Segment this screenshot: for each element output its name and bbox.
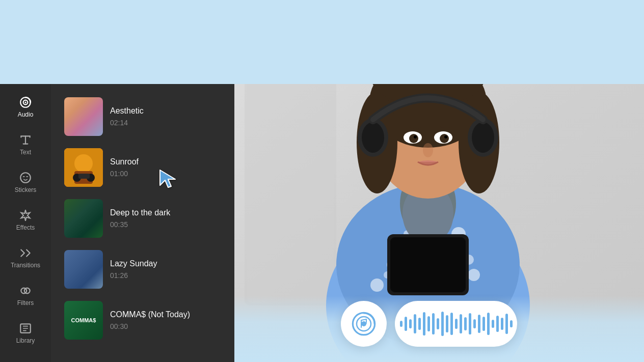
svg-point-14 — [370, 279, 384, 292]
wave-bar — [464, 317, 467, 330]
stickers-icon — [19, 171, 32, 184]
track-item-sunroof[interactable]: Sunroof 01:00 — [56, 143, 229, 192]
wave-bar — [460, 314, 462, 333]
effects-icon — [19, 209, 32, 222]
wave-bar — [492, 320, 494, 328]
sunroof-thumb-inner — [64, 148, 103, 187]
track-thumb-deep — [64, 199, 103, 238]
track-duration-lazy: 01:26 — [110, 271, 157, 280]
wave-bar — [432, 313, 435, 335]
wave-bar — [469, 313, 471, 335]
commas-thumb-text: COMMA$ — [71, 317, 96, 323]
svg-rect-36 — [390, 237, 466, 292]
track-thumb-commas: COMMA$ — [64, 301, 103, 340]
wave-bar — [405, 317, 407, 331]
track-info-sunroof: Sunroof 01:00 — [110, 157, 139, 178]
audio-label: Audio — [18, 111, 34, 118]
track-info-lazy: Lazy Sunday 01:26 — [110, 259, 157, 280]
transitions-label: Transitions — [11, 262, 40, 269]
track-thumb-lazy — [64, 250, 103, 289]
svg-point-45 — [20, 173, 31, 183]
text-label: Text — [20, 149, 31, 156]
sidebar-item-effects[interactable]: Effects — [3, 202, 48, 238]
track-name-lazy: Lazy Sunday — [110, 259, 157, 268]
sidebar-item-stickers[interactable]: Stickers — [3, 164, 48, 200]
wave-bar — [450, 313, 453, 335]
filters-icon — [19, 284, 32, 297]
library-label: Library — [16, 337, 35, 344]
wave-bar — [505, 314, 508, 334]
play-music-button[interactable] — [341, 301, 387, 347]
track-list: Aesthetic 02:14 Sunroof 01:00 — [51, 84, 234, 362]
track-duration-sunroof: 01:00 — [110, 170, 139, 178]
track-duration-commas: 00:30 — [110, 322, 190, 330]
wave-bar — [437, 318, 439, 329]
waveform-display — [400, 311, 513, 337]
audio-icon — [19, 96, 32, 109]
track-item-commas[interactable]: COMMA$ COMMA$ (Not Today) 00:30 — [56, 296, 229, 345]
effects-label: Effects — [16, 224, 35, 231]
track-info-deep: Deep to the dark 00:35 — [110, 208, 170, 229]
sidebar-item-library[interactable]: Library — [3, 315, 48, 351]
svg-point-29 — [444, 135, 447, 138]
wave-bar — [487, 313, 490, 335]
svg-point-50 — [74, 154, 93, 173]
wave-bar — [423, 312, 425, 336]
track-item-lazy[interactable]: Lazy Sunday 01:26 — [56, 245, 229, 294]
track-item-deep[interactable]: Deep to the dark 00:35 — [56, 194, 229, 243]
track-name-commas: COMMA$ (Not Today) — [110, 310, 190, 319]
wave-bar — [427, 316, 430, 331]
wave-bar — [496, 316, 499, 332]
transitions-icon — [19, 246, 32, 260]
wave-bar — [400, 321, 403, 327]
track-info-commas: COMMA$ (Not Today) 00:30 — [110, 310, 190, 330]
track-thumb-aesthetic — [64, 97, 103, 136]
sidebar-item-transitions[interactable]: Transitions — [3, 240, 48, 275]
waveform-button[interactable] — [395, 301, 517, 347]
svg-point-30 — [423, 143, 433, 157]
svg-marker-55 — [160, 170, 175, 187]
cursor-arrow-icon — [158, 168, 180, 190]
wave-bar — [409, 319, 412, 328]
svg-point-34 — [472, 122, 494, 153]
svg-point-41 — [362, 322, 365, 325]
wave-bar — [455, 319, 458, 329]
filters-label: Filters — [17, 299, 34, 307]
svg-point-16 — [468, 269, 480, 281]
wave-bar — [473, 319, 476, 328]
wave-bar — [510, 320, 513, 327]
track-info-aesthetic: Aesthetic 02:14 — [110, 106, 144, 127]
top-bar — [0, 0, 644, 84]
library-icon — [19, 322, 32, 335]
sidebar-item-text[interactable]: Text — [3, 127, 48, 162]
track-thumb-sunroof — [64, 148, 103, 187]
svg-rect-54 — [78, 174, 90, 179]
sidebar: Audio Text Stickers Effects Transitions — [0, 84, 51, 362]
track-duration-aesthetic: 02:14 — [110, 119, 144, 127]
track-duration-deep: 00:35 — [110, 220, 170, 229]
wave-bar — [446, 315, 448, 332]
svg-point-26 — [409, 134, 418, 143]
wave-bar — [478, 315, 480, 333]
wave-bar — [501, 318, 503, 330]
svg-point-44 — [24, 101, 26, 103]
svg-point-28 — [414, 135, 417, 138]
wave-bar — [441, 312, 444, 336]
wave-bar — [414, 314, 416, 333]
sidebar-item-filters[interactable]: Filters — [3, 277, 48, 313]
bottom-overlay — [214, 296, 644, 362]
wave-bar — [418, 318, 421, 330]
svg-point-27 — [440, 134, 449, 143]
track-name-aesthetic: Aesthetic — [110, 106, 144, 116]
stickers-label: Stickers — [15, 186, 37, 193]
track-name-deep: Deep to the dark — [110, 208, 170, 217]
sidebar-item-audio[interactable]: Audio — [3, 89, 48, 125]
wave-bar — [482, 317, 485, 331]
track-item-aesthetic[interactable]: Aesthetic 02:14 — [56, 92, 229, 141]
track-name-sunroof: Sunroof — [110, 157, 139, 166]
svg-point-32 — [362, 122, 384, 153]
text-icon — [19, 133, 32, 147]
